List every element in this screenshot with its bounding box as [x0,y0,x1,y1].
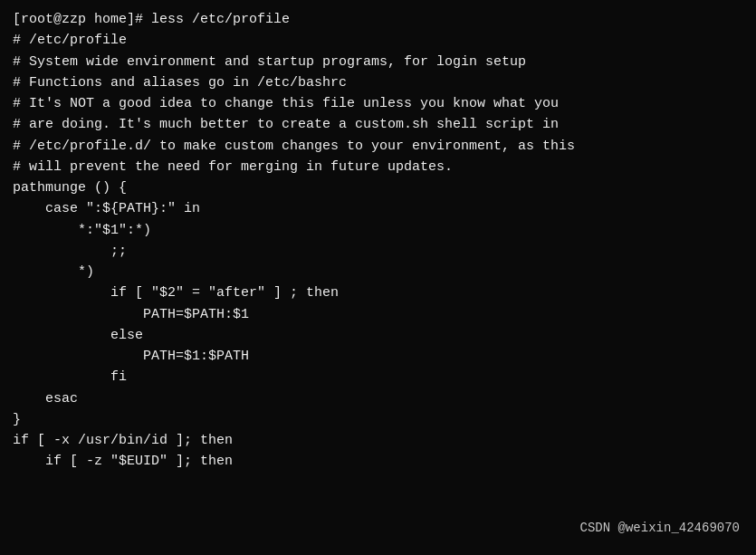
terminal-line: # System wide environment and startup pr… [13,52,743,72]
terminal-line: *) [13,262,743,282]
terminal-line: ;; [13,241,743,262]
terminal: [root@zzp home]# less /etc/profile# /etc… [0,0,756,555]
terminal-line: esac [13,388,743,409]
terminal-content: [root@zzp home]# less /etc/profile# /etc… [13,9,743,473]
terminal-line: if [ -z "$EUID" ]; then [13,451,743,472]
terminal-line: pathmunge () { [13,177,743,198]
terminal-line: } [13,409,743,430]
terminal-line: else [13,325,743,346]
terminal-line: case ":${PATH}:" in [13,198,743,219]
terminal-line: fi [13,367,743,388]
terminal-line: # It's NOT a good idea to change this fi… [13,93,743,114]
terminal-line: # will prevent the need for merging in f… [13,157,743,177]
terminal-line: # /etc/profile [13,30,743,51]
terminal-line: PATH=$PATH:$1 [13,304,743,325]
terminal-line: if [ "$2" = "after" ] ; then [13,282,743,303]
terminal-line: PATH=$1:$PATH [13,346,743,367]
terminal-line: # are doing. It's much better to create … [13,114,743,135]
watermark: CSDN @weixin_42469070 [580,519,740,539]
terminal-line: # Functions and aliases go in /etc/bashr… [13,72,743,93]
terminal-line: # /etc/profile.d/ to make custom changes… [13,136,743,157]
terminal-line: [root@zzp home]# less /etc/profile [13,9,743,30]
terminal-line: if [ -x /usr/bin/id ]; then [13,430,743,451]
terminal-line: *:"$1":*) [13,220,743,241]
